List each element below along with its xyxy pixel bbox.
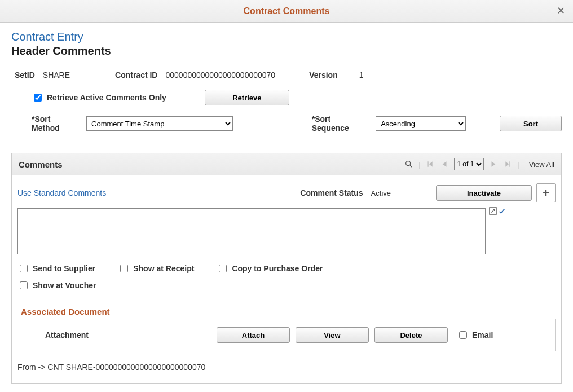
breadcrumb-link[interactable]: Contract Entry (11, 30, 562, 43)
modal-header: Contract Comments ✕ (0, 0, 573, 23)
comments-panel-title: Comments (19, 160, 63, 169)
first-page-icon[interactable] (425, 159, 435, 169)
modal-title: Contract Comments (244, 6, 330, 16)
send-to-supplier-checkbox[interactable] (20, 265, 28, 272)
retrieve-active-checkbox[interactable] (34, 94, 42, 102)
show-at-receipt-option[interactable]: Show at Receipt (118, 263, 194, 274)
sort-method-label: *Sort Method (32, 114, 81, 133)
comments-panel: Comments | 1 of 1 (11, 153, 562, 384)
last-page-icon[interactable] (503, 159, 513, 169)
view-all-link[interactable]: View All (529, 160, 554, 169)
nav-separator: | (418, 160, 420, 169)
sort-row: *Sort Method Comment Time Stamp *Sort Se… (11, 112, 562, 138)
svg-point-0 (406, 161, 411, 166)
comment-status-label: Comment Status (300, 188, 363, 197)
sort-button[interactable]: Sort (500, 116, 562, 131)
inactivate-button[interactable]: Inactivate (436, 185, 532, 201)
email-checkbox[interactable] (459, 331, 467, 339)
page-title: Header Comments (11, 45, 562, 60)
associated-document-box: Attachment Attach View Delete Email (21, 319, 556, 351)
setid-label: SetID (15, 71, 35, 80)
copy-to-po-checkbox[interactable] (219, 265, 227, 272)
add-row-button[interactable]: + (536, 183, 556, 202)
setid-value: SHARE (43, 71, 70, 80)
email-label: Email (472, 331, 493, 340)
retrieve-row: Retrieve Active Comments Only Retrieve (11, 87, 562, 112)
comments-body: Use Standard Comments Comment Status Act… (12, 175, 561, 383)
comments-panel-header: Comments | 1 of 1 (12, 153, 561, 175)
show-at-voucher-label: Show at Voucher (33, 281, 96, 290)
comment-status-value: Active (371, 189, 391, 197)
grid-nav: | 1 of 1 | View All (404, 158, 554, 170)
contract-info-row: SetID SHARE Contract ID 0000000000000000… (11, 67, 562, 87)
page-select[interactable]: 1 of 1 (454, 158, 484, 170)
send-to-supplier-label: Send to Supplier (33, 264, 95, 273)
attach-button[interactable]: Attach (217, 327, 290, 343)
content-area: Contract Entry Header Comments SetID SHA… (0, 23, 573, 392)
view-button[interactable]: View (296, 327, 369, 343)
spellcheck-icon[interactable] (498, 207, 506, 215)
copy-to-po-label: Copy to Purchase Order (232, 264, 323, 273)
svg-line-1 (410, 165, 412, 167)
comment-textarea[interactable] (17, 208, 486, 254)
version-value: 1 (359, 71, 364, 80)
use-standard-comments-link[interactable]: Use Standard Comments (17, 188, 106, 197)
attachment-label: Attachment (30, 331, 211, 340)
delete-button[interactable]: Delete (374, 327, 448, 343)
next-page-icon[interactable] (488, 159, 499, 169)
retrieve-button[interactable]: Retrieve (205, 90, 289, 105)
show-at-voucher-checkbox[interactable] (20, 281, 28, 289)
close-icon[interactable]: ✕ (557, 6, 565, 16)
expand-icon[interactable] (489, 207, 497, 215)
comment-top-row: Use Standard Comments Comment Status Act… (17, 183, 556, 202)
show-at-receipt-checkbox[interactable] (120, 265, 128, 272)
send-to-supplier-option[interactable]: Send to Supplier (17, 263, 95, 274)
sort-method-select[interactable]: Comment Time Stamp (86, 116, 233, 131)
from-line: From -> CNT SHARE-0000000000000000000000… (17, 363, 556, 372)
prev-page-icon[interactable] (439, 159, 449, 169)
version-label: Version (309, 71, 338, 80)
show-at-receipt-label: Show at Receipt (133, 264, 194, 273)
email-option[interactable]: Email (457, 329, 493, 341)
comment-text-row (17, 208, 556, 256)
retrieve-active-checkbox-label[interactable]: Retrieve Active Comments Only (32, 92, 166, 103)
comment-options-row: Send to Supplier Show at Receipt Copy to… (17, 263, 446, 291)
textarea-icons (489, 207, 506, 215)
contract-id-label: Contract ID (115, 71, 157, 80)
sort-sequence-label: *Sort Sequence (312, 114, 370, 133)
sort-sequence-select[interactable]: Ascending (376, 116, 466, 131)
nav-separator: | (518, 160, 519, 169)
copy-to-po-option[interactable]: Copy to Purchase Order (217, 263, 323, 274)
contract-id-value: 0000000000000000000000070 (165, 71, 275, 80)
show-at-voucher-option[interactable]: Show at Voucher (17, 280, 130, 291)
search-icon[interactable] (404, 159, 414, 169)
retrieve-active-text: Retrieve Active Comments Only (47, 93, 166, 102)
associated-document-title: Associated Document (21, 307, 556, 316)
